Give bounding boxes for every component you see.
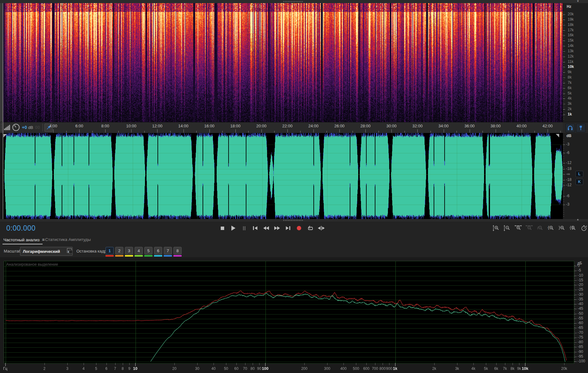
gain-knob-icon[interactable] <box>12 123 20 131</box>
channel-badge-right[interactable]: K <box>575 179 583 185</box>
toolbar-grip[interactable] <box>0 123 3 132</box>
plot-db-label: -50 <box>578 311 583 316</box>
headphones-monitor-button[interactable] <box>565 124 575 132</box>
hz-tick-label: 7k <box>568 80 572 85</box>
zoom-in-vertical-button[interactable] <box>492 225 500 232</box>
amplitude-ruler-unit: dB <box>566 134 571 138</box>
divider-drag-handle[interactable] <box>283 220 303 221</box>
frame-hold-4-button[interactable]: 4 <box>135 247 143 254</box>
time-display[interactable]: 0:00.000 <box>6 224 36 232</box>
skip-to-start-button[interactable] <box>252 225 258 232</box>
hz-tick-label: 19k <box>568 17 574 22</box>
spectrogram-display[interactable] <box>3 3 563 122</box>
timeline-tick <box>144 131 145 133</box>
frame-hold-5[interactable]: 5 <box>144 247 152 257</box>
panel-menu-icon[interactable]: ≡ <box>42 237 44 242</box>
timeline-tick <box>170 131 171 133</box>
rewind-button[interactable] <box>263 225 269 232</box>
timeline-tick <box>431 131 431 133</box>
zoom-out-vertical-button[interactable] <box>503 225 511 232</box>
skip-selection-button[interactable] <box>318 225 325 232</box>
plot-hz-tick <box>525 363 525 366</box>
frame-hold-6-button[interactable]: 6 <box>154 247 162 254</box>
zoom-to-selection-button[interactable]: {} <box>569 225 577 232</box>
plot-db-label: -20 <box>578 283 583 287</box>
timeline-tick <box>548 129 548 133</box>
loop-icon <box>307 226 313 231</box>
waveform-corner-handle-right[interactable] <box>556 134 559 137</box>
timeline-tick <box>196 131 197 133</box>
timeline-tick <box>300 131 301 133</box>
zoom-toolbar: {}{} <box>492 223 588 233</box>
timer-button[interactable] <box>580 225 588 232</box>
panel-drag-handle[interactable] <box>283 1 303 2</box>
timeline-label: 6:00 <box>70 124 89 128</box>
frame-hold-1[interactable]: 1 <box>106 247 114 257</box>
frame-hold-8-color <box>173 255 182 257</box>
stop-button[interactable] <box>219 225 225 232</box>
levels-meter-icon[interactable] <box>4 125 10 130</box>
frame-hold-7[interactable]: 7 <box>164 247 172 257</box>
plot-db-tick <box>574 309 577 309</box>
timeline-tick <box>248 131 249 133</box>
plot-db-label: -30 <box>578 292 583 297</box>
tab-amplitude-statistics[interactable]: Статистика Амплитуды <box>45 237 91 242</box>
channel-badge-left[interactable]: L <box>575 171 583 177</box>
plot-db-tick <box>574 338 577 338</box>
zoom-reset-button[interactable] <box>536 225 544 232</box>
plot-db-label: -70 <box>578 330 583 335</box>
timeline-tick <box>339 129 340 133</box>
hz-tick-mark <box>563 62 565 62</box>
pin-monitor-button[interactable] <box>576 124 585 132</box>
play-button[interactable] <box>230 225 236 232</box>
zoom-in-at-out-point-button[interactable]: } <box>558 225 566 232</box>
chevron-down-icon[interactable]: ▾ <box>577 0 579 3</box>
gain-value[interactable]: +0 <box>22 125 27 130</box>
plot-hz-label: 3 <box>60 366 74 371</box>
audition-window: ▾ Hz +0 dB 00 <box>0 0 588 373</box>
pause-button[interactable] <box>241 225 247 232</box>
timeline-tick <box>417 129 418 133</box>
plot-db-label: -100 <box>578 359 585 363</box>
record-button[interactable] <box>296 225 302 232</box>
frame-hold-4[interactable]: 4 <box>135 247 143 257</box>
scale-select[interactable]: Логарифмический ∨ <box>20 247 73 256</box>
frame-hold-2-button[interactable]: 2 <box>115 247 123 254</box>
frame-hold-1-button[interactable]: 1 <box>106 247 114 254</box>
frame-hold-8-button[interactable]: 8 <box>173 247 182 254</box>
hz-tick-label: 15k <box>568 38 574 43</box>
fast-forward-button[interactable] <box>274 225 280 232</box>
frame-hold-3-button[interactable]: 3 <box>125 247 133 254</box>
skip-to-end-button[interactable] <box>285 225 291 232</box>
analyzed-selection-label: Анализированое выделение <box>6 262 58 267</box>
plot-db-tick <box>574 361 577 362</box>
plot-db-tick <box>574 352 577 352</box>
frame-hold-3[interactable]: 3 <box>125 247 133 257</box>
timeline-tick <box>118 131 119 133</box>
frequency-ruler[interactable]: Hz <box>563 3 588 122</box>
waveform-corner-handle-left[interactable] <box>3 134 7 137</box>
plot-db-tick <box>574 347 577 347</box>
copy-snapshot-icon[interactable] <box>67 248 72 253</box>
frame-hold-8[interactable]: 8 <box>173 247 182 257</box>
zoom-in-at-in-point-button[interactable]: { <box>547 225 555 232</box>
monitor-button-box <box>563 122 588 133</box>
loop-playback-button[interactable] <box>307 225 313 232</box>
plot-hz-tick <box>5 363 6 366</box>
waveform-display[interactable] <box>3 133 563 219</box>
frame-hold-5-button[interactable]: 5 <box>144 247 152 254</box>
headphones-icon <box>567 125 573 130</box>
timeline-label: 12:00 <box>148 124 167 128</box>
zoom-out-horizontal-button[interactable] <box>525 225 533 232</box>
zoom-in-horizontal-button[interactable] <box>514 225 522 232</box>
plot-db-label: -75 <box>578 335 583 340</box>
plot-hz-label: 40 <box>207 366 220 371</box>
playhead[interactable] <box>3 3 3 219</box>
frame-hold-2[interactable]: 2 <box>115 247 123 257</box>
frame-hold-6[interactable]: 6 <box>154 247 162 257</box>
tab-frequency-analysis[interactable]: Частотный анализ ≡ <box>3 237 44 242</box>
plot-hz-tick <box>395 363 395 366</box>
timeline-tick <box>534 131 535 133</box>
scroll-up-arrow-icon[interactable]: ▲ <box>576 218 579 221</box>
frame-hold-7-button[interactable]: 7 <box>164 247 172 254</box>
